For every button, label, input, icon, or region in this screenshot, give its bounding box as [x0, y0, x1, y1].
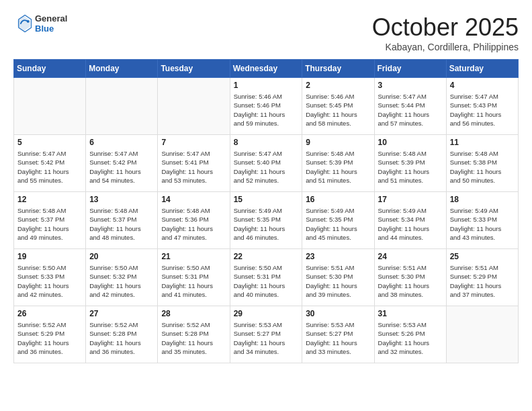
day-info: Sunrise: 5:49 AM Sunset: 5:33 PM Dayligh… [450, 206, 515, 242]
day-info: Sunrise: 5:46 AM Sunset: 5:45 PM Dayligh… [306, 92, 370, 128]
day-info: Sunrise: 5:46 AM Sunset: 5:46 PM Dayligh… [234, 92, 299, 128]
day-info: Sunrise: 5:47 AM Sunset: 5:42 PM Dayligh… [17, 149, 82, 185]
day-info: Sunrise: 5:51 AM Sunset: 5:30 PM Dayligh… [378, 263, 443, 299]
calendar-cell: 26Sunrise: 5:52 AM Sunset: 5:29 PM Dayli… [14, 306, 86, 363]
day-info: Sunrise: 5:48 AM Sunset: 5:39 PM Dayligh… [306, 149, 370, 185]
day-number: 29 [234, 309, 299, 318]
calendar-cell [446, 306, 518, 363]
calendar-cell: 30Sunrise: 5:53 AM Sunset: 5:27 PM Dayli… [302, 306, 374, 363]
day-info: Sunrise: 5:51 AM Sunset: 5:30 PM Dayligh… [306, 263, 370, 299]
day-info: Sunrise: 5:49 AM Sunset: 5:34 PM Dayligh… [378, 206, 443, 242]
day-info: Sunrise: 5:48 AM Sunset: 5:38 PM Dayligh… [450, 149, 515, 185]
day-info: Sunrise: 5:53 AM Sunset: 5:26 PM Dayligh… [378, 320, 443, 356]
day-number: 1 [234, 81, 299, 90]
day-info: Sunrise: 5:48 AM Sunset: 5:37 PM Dayligh… [17, 206, 82, 242]
calendar-header-row: SundayMondayTuesdayWednesdayThursdayFrid… [14, 60, 519, 78]
day-info: Sunrise: 5:48 AM Sunset: 5:39 PM Dayligh… [378, 149, 443, 185]
day-info: Sunrise: 5:48 AM Sunset: 5:37 PM Dayligh… [89, 206, 154, 242]
calendar-cell: 24Sunrise: 5:51 AM Sunset: 5:30 PM Dayli… [374, 249, 446, 306]
day-number: 16 [306, 195, 370, 204]
calendar-cell [86, 78, 158, 135]
day-info: Sunrise: 5:47 AM Sunset: 5:41 PM Dayligh… [161, 149, 226, 185]
calendar-cell: 25Sunrise: 5:51 AM Sunset: 5:29 PM Dayli… [446, 249, 518, 306]
day-info: Sunrise: 5:50 AM Sunset: 5:31 PM Dayligh… [234, 263, 299, 299]
day-number: 10 [378, 138, 443, 147]
day-number: 26 [17, 309, 82, 318]
day-number: 23 [306, 252, 370, 261]
calendar-cell: 17Sunrise: 5:49 AM Sunset: 5:34 PM Dayli… [374, 192, 446, 249]
day-info: Sunrise: 5:47 AM Sunset: 5:42 PM Dayligh… [89, 149, 154, 185]
day-info: Sunrise: 5:53 AM Sunset: 5:27 PM Dayligh… [234, 320, 299, 356]
calendar-cell: 8Sunrise: 5:47 AM Sunset: 5:40 PM Daylig… [230, 135, 302, 192]
calendar-cell: 12Sunrise: 5:48 AM Sunset: 5:37 PM Dayli… [14, 192, 86, 249]
day-number: 25 [450, 252, 515, 261]
day-info: Sunrise: 5:50 AM Sunset: 5:31 PM Dayligh… [161, 263, 226, 299]
day-info: Sunrise: 5:52 AM Sunset: 5:28 PM Dayligh… [89, 320, 154, 356]
calendar-cell: 16Sunrise: 5:49 AM Sunset: 5:35 PM Dayli… [302, 192, 374, 249]
day-number: 3 [378, 81, 443, 90]
logo-text: General Blue [35, 13, 67, 34]
day-info: Sunrise: 5:49 AM Sunset: 5:35 PM Dayligh… [234, 206, 299, 242]
calendar-cell: 6Sunrise: 5:47 AM Sunset: 5:42 PM Daylig… [86, 135, 158, 192]
calendar-week-row: 5Sunrise: 5:47 AM Sunset: 5:42 PM Daylig… [14, 135, 519, 192]
calendar-cell: 3Sunrise: 5:47 AM Sunset: 5:44 PM Daylig… [374, 78, 446, 135]
logo-general-text: General [35, 13, 67, 24]
location: Kabayan, Cordillera, Philippines [372, 42, 519, 52]
day-number: 4 [450, 81, 515, 90]
calendar-cell: 5Sunrise: 5:47 AM Sunset: 5:42 PM Daylig… [14, 135, 86, 192]
calendar-cell: 21Sunrise: 5:50 AM Sunset: 5:31 PM Dayli… [158, 249, 230, 306]
day-number: 31 [378, 309, 443, 318]
day-number: 28 [161, 309, 226, 318]
day-info: Sunrise: 5:49 AM Sunset: 5:35 PM Dayligh… [306, 206, 370, 242]
calendar-cell: 29Sunrise: 5:53 AM Sunset: 5:27 PM Dayli… [230, 306, 302, 363]
day-number: 9 [306, 138, 370, 147]
calendar-table: SundayMondayTuesdayWednesdayThursdayFrid… [13, 59, 519, 363]
day-info: Sunrise: 5:50 AM Sunset: 5:32 PM Dayligh… [89, 263, 154, 299]
logo-blue-text: Blue [35, 24, 67, 34]
calendar-cell: 1Sunrise: 5:46 AM Sunset: 5:46 PM Daylig… [230, 78, 302, 135]
calendar-cell: 23Sunrise: 5:51 AM Sunset: 5:30 PM Dayli… [302, 249, 374, 306]
day-number: 20 [89, 252, 154, 261]
calendar-week-row: 12Sunrise: 5:48 AM Sunset: 5:37 PM Dayli… [14, 192, 519, 249]
day-info: Sunrise: 5:50 AM Sunset: 5:33 PM Dayligh… [17, 263, 82, 299]
calendar-cell: 11Sunrise: 5:48 AM Sunset: 5:38 PM Dayli… [446, 135, 518, 192]
logo: General Blue [13, 13, 67, 34]
calendar-cell: 28Sunrise: 5:52 AM Sunset: 5:28 PM Dayli… [158, 306, 230, 363]
day-number: 27 [89, 309, 154, 318]
day-number: 13 [89, 195, 154, 204]
calendar-week-row: 19Sunrise: 5:50 AM Sunset: 5:33 PM Dayli… [14, 249, 519, 306]
calendar-cell: 13Sunrise: 5:48 AM Sunset: 5:37 PM Dayli… [86, 192, 158, 249]
calendar-cell [14, 78, 86, 135]
svg-point-2 [27, 20, 30, 23]
calendar-cell: 2Sunrise: 5:46 AM Sunset: 5:45 PM Daylig… [302, 78, 374, 135]
day-info: Sunrise: 5:47 AM Sunset: 5:44 PM Dayligh… [378, 92, 443, 128]
calendar-cell [158, 78, 230, 135]
weekday-header: Sunday [14, 60, 86, 78]
day-number: 24 [378, 252, 443, 261]
calendar-cell: 18Sunrise: 5:49 AM Sunset: 5:33 PM Dayli… [446, 192, 518, 249]
calendar-cell: 31Sunrise: 5:53 AM Sunset: 5:26 PM Dayli… [374, 306, 446, 363]
calendar-week-row: 1Sunrise: 5:46 AM Sunset: 5:46 PM Daylig… [14, 78, 519, 135]
calendar-cell: 9Sunrise: 5:48 AM Sunset: 5:39 PM Daylig… [302, 135, 374, 192]
calendar-cell: 15Sunrise: 5:49 AM Sunset: 5:35 PM Dayli… [230, 192, 302, 249]
title-block: October 2025 Kabayan, Cordillera, Philip… [372, 13, 519, 52]
calendar-cell: 14Sunrise: 5:48 AM Sunset: 5:36 PM Dayli… [158, 192, 230, 249]
weekday-header: Wednesday [230, 60, 302, 78]
day-number: 12 [17, 195, 82, 204]
day-info: Sunrise: 5:53 AM Sunset: 5:27 PM Dayligh… [306, 320, 370, 356]
day-number: 22 [234, 252, 299, 261]
day-number: 2 [306, 81, 370, 90]
calendar-cell: 22Sunrise: 5:50 AM Sunset: 5:31 PM Dayli… [230, 249, 302, 306]
day-number: 21 [161, 252, 226, 261]
day-info: Sunrise: 5:52 AM Sunset: 5:28 PM Dayligh… [161, 320, 226, 356]
day-number: 8 [234, 138, 299, 147]
day-number: 19 [17, 252, 82, 261]
calendar-cell: 7Sunrise: 5:47 AM Sunset: 5:41 PM Daylig… [158, 135, 230, 192]
day-number: 6 [89, 138, 154, 147]
day-number: 30 [306, 309, 370, 318]
day-number: 17 [378, 195, 443, 204]
calendar-cell: 20Sunrise: 5:50 AM Sunset: 5:32 PM Dayli… [86, 249, 158, 306]
calendar-week-row: 26Sunrise: 5:52 AM Sunset: 5:29 PM Dayli… [14, 306, 519, 363]
day-number: 14 [161, 195, 226, 204]
calendar-cell: 27Sunrise: 5:52 AM Sunset: 5:28 PM Dayli… [86, 306, 158, 363]
